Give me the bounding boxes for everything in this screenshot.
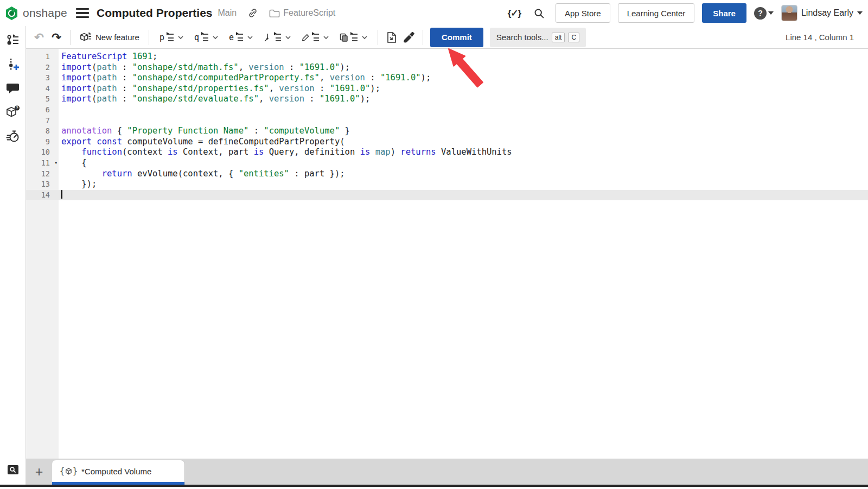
chevron-down-icon — [213, 36, 218, 39]
help-icon: ? — [754, 7, 767, 20]
code-line[interactable]: 6 — [26, 105, 868, 116]
insert-node-icon[interactable] — [4, 55, 22, 74]
code-lines: 1FeatureScript 1691;2import(path : "onsh… — [26, 49, 868, 200]
snippet-list-icon — [352, 34, 358, 41]
code-line-text — [59, 105, 868, 116]
toolbar-divider — [70, 30, 71, 45]
code-line-text: import(path : "onshape/std/evaluate.fs",… — [59, 94, 868, 105]
left-sidebar: ? — [0, 26, 26, 485]
code-line[interactable]: 14 — [26, 190, 868, 201]
search-tools-label: Search tools... — [496, 33, 548, 42]
line-number: 6 — [26, 105, 59, 116]
toolbar-divider — [149, 30, 149, 45]
code-line[interactable]: 3import(path : "onshape/std/computedPart… — [26, 73, 868, 84]
code-line[interactable]: 5import(path : "onshape/std/evaluate.fs"… — [26, 94, 868, 105]
geometry-snippet-dropdown[interactable] — [260, 29, 294, 46]
share-button[interactable]: Share — [702, 3, 746, 23]
code-line-text: function(context is Context, part is Que… — [59, 147, 868, 158]
user-avatar — [781, 5, 797, 21]
svg-text:?: ? — [16, 105, 18, 110]
paste-icon — [386, 31, 397, 43]
new-feature-button[interactable]: New feature — [75, 29, 144, 46]
profiler-icon[interactable] — [4, 127, 22, 145]
undo-button[interactable]: ↶ — [30, 29, 48, 46]
new-tab-button[interactable]: + — [26, 459, 52, 485]
document-snippet-dropdown[interactable] — [336, 29, 371, 46]
sketch-axis-icon — [264, 33, 272, 42]
caret-down-icon — [768, 11, 774, 15]
search-document-icon[interactable] — [4, 461, 22, 479]
code-line[interactable]: 9export const computeVolume = defineComp… — [26, 137, 868, 148]
code-line[interactable]: 1FeatureScript 1691; — [26, 52, 868, 62]
line-number: 5 — [26, 94, 59, 105]
user-name: Lindsay Early — [801, 8, 853, 18]
paste-import-button[interactable] — [383, 29, 400, 46]
fold-toggle-icon[interactable]: ▾ — [55, 158, 58, 169]
evaluate-snippet-dropdown[interactable]: e — [226, 29, 256, 46]
chevron-down-icon — [178, 36, 183, 39]
code-line[interactable]: 10 function(context is Context, part is … — [26, 147, 868, 158]
featurescript-tab-icon: {} — [60, 466, 78, 476]
tab-label: *Computed Volume — [81, 467, 151, 476]
toolbar-divider — [378, 30, 378, 45]
script-outline-icon[interactable] — [4, 31, 22, 50]
chevron-down-icon — [285, 36, 291, 39]
featurescript-breadcrumb[interactable]: FeatureScript — [283, 8, 335, 18]
comments-icon[interactable] — [4, 79, 22, 98]
fs-documentation-icon[interactable]: ? — [4, 103, 22, 122]
user-menu[interactable]: Lindsay Early — [781, 5, 863, 21]
header-right-group: {✓} App Store Learning Center Share ? Li… — [506, 3, 863, 23]
tab-computed-volume[interactable]: {} *Computed Volume — [52, 460, 184, 485]
onshape-logo[interactable]: onshape — [4, 6, 67, 21]
code-line[interactable]: 2import(path : "onshape/std/math.fs", ve… — [26, 62, 868, 73]
chevron-down-icon — [247, 36, 253, 39]
bottom-tab-bar: + {} *Computed Volume — [26, 459, 868, 485]
code-line[interactable]: 7 — [26, 116, 868, 126]
folder-icon — [269, 9, 280, 18]
onshape-featurescript-editor: onshape Computed Properties Main Feature… — [0, 0, 868, 489]
bottom-sliver — [0, 487, 868, 489]
search-icon[interactable] — [531, 4, 548, 22]
code-line[interactable]: 13 }); — [26, 179, 868, 190]
query-snippet-dropdown[interactable]: q — [191, 29, 221, 46]
caret-down-icon — [857, 11, 863, 15]
line-number: 13 — [26, 179, 59, 190]
undo-icon: ↶ — [34, 31, 44, 44]
documents-icon — [340, 33, 348, 42]
code-line-text: }); — [59, 179, 868, 190]
commit-button[interactable]: Commit — [430, 28, 483, 47]
header-bar: onshape Computed Properties Main Feature… — [0, 0, 868, 26]
help-menu[interactable]: ? — [754, 7, 774, 20]
chevron-down-icon — [323, 36, 329, 39]
code-line[interactable]: 11▾ { — [26, 158, 868, 169]
snippet-list-icon — [202, 34, 209, 41]
code-line-text: import(path : "onshape/std/properties.fs… — [59, 84, 868, 94]
line-number: 12 — [26, 169, 59, 180]
code-line-text: annotation { "Property Function Name" : … — [59, 126, 868, 137]
search-tools-button[interactable]: Search tools... alt C — [490, 28, 586, 47]
code-line-text: import(path : "onshape/std/computedPartP… — [59, 73, 868, 84]
main-menu-icon[interactable] — [76, 8, 89, 18]
format-code-button[interactable] — [400, 29, 418, 46]
onshape-logo-icon — [4, 6, 19, 21]
redo-button[interactable]: ↷ — [48, 29, 65, 46]
code-editor[interactable]: 1FeatureScript 1691;2import(path : "onsh… — [26, 49, 868, 459]
code-line[interactable]: 8annotation { "Property Function Name" :… — [26, 126, 868, 137]
app-store-button[interactable]: App Store — [556, 3, 610, 23]
line-number: 11▾ — [26, 158, 59, 169]
precondition-snippet-dropdown[interactable]: p — [156, 29, 187, 46]
editor-toolbar: ↶ ↷ New feature p q e — [26, 26, 868, 49]
code-line[interactable]: 4import(path : "onshape/std/properties.f… — [26, 84, 868, 94]
code-line[interactable]: 12 return evVolume(context, { "entities"… — [26, 169, 868, 180]
redo-icon: ↷ — [52, 31, 61, 44]
line-number: 1 — [26, 52, 59, 62]
code-validate-icon[interactable]: {✓} — [506, 4, 523, 22]
learning-center-button[interactable]: Learning Center — [618, 3, 695, 23]
text-cursor — [61, 190, 62, 199]
code-line-text — [59, 116, 868, 126]
workspace-label[interactable]: Main — [218, 8, 237, 18]
link-icon[interactable] — [247, 8, 258, 18]
snippet-list-icon — [237, 34, 244, 41]
annotation-snippet-dropdown[interactable] — [298, 29, 332, 46]
shortcut-c-key: C — [568, 33, 579, 42]
